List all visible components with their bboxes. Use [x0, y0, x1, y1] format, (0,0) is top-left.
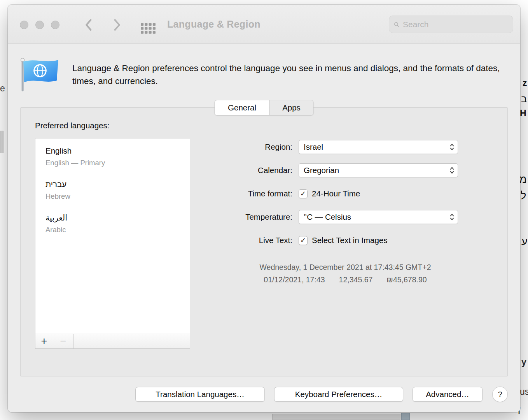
- region-label: Region:: [229, 142, 292, 152]
- chevron-up-down-icon: [448, 165, 456, 176]
- window-title: Language & Region: [167, 5, 261, 44]
- tab-apps[interactable]: Apps: [269, 100, 313, 115]
- background-text-fragment: ב: [521, 93, 527, 105]
- live-text-checkbox-label: Select Text in Images: [312, 236, 387, 245]
- calendar-row: Calendar: Gregorian: [229, 163, 458, 177]
- region-row: Region: Israel: [229, 140, 458, 154]
- help-button[interactable]: ?: [492, 387, 508, 402]
- language-name: English: [45, 145, 180, 156]
- background-text-fragment: ל: [521, 190, 526, 202]
- temperature-label: Temperature:: [229, 212, 292, 222]
- background-window-fragment: [0, 131, 3, 153]
- minimize-button[interactable]: [35, 21, 44, 29]
- background-window-fragment: [272, 414, 400, 420]
- chevron-up-down-icon: [448, 212, 456, 222]
- back-button[interactable]: [84, 19, 93, 31]
- language-subtitle: Hebrew: [45, 191, 180, 202]
- time-format-checkbox-label: 24-Hour Time: [312, 189, 360, 198]
- preview-number: 12,345.67: [339, 275, 373, 284]
- grid-icon: [141, 23, 156, 34]
- close-button[interactable]: [20, 21, 28, 29]
- background-text-fragment: y: [521, 357, 526, 368]
- search-input[interactable]: [403, 20, 508, 29]
- temperature-row: Temperature: °C — Celsius: [229, 210, 458, 224]
- background-text-fragment: ע: [521, 236, 528, 248]
- chevron-left-icon: [84, 19, 93, 31]
- show-all-preferences-button[interactable]: [141, 23, 156, 34]
- list-item-hebrew[interactable]: עברית Hebrew: [35, 173, 190, 207]
- background-text-fragment: us: [520, 387, 528, 397]
- preview-full-date: Wednesday, 1 December 2021 at 17:43:45 G…: [236, 263, 454, 272]
- calendar-value: Gregorian: [304, 166, 448, 175]
- preview-short-date: 01/12/2021, 17:43: [264, 275, 325, 284]
- background-window-fragment: [401, 413, 410, 420]
- pane-description: Language & Region preferences control th…: [72, 62, 509, 88]
- translation-languages-button[interactable]: Translation Languages…: [135, 387, 265, 402]
- add-language-button[interactable]: +: [35, 334, 53, 348]
- keyboard-preferences-button[interactable]: Keyboard Preferences…: [274, 387, 403, 402]
- format-preview: Wednesday, 1 December 2021 at 17:43:45 G…: [236, 263, 454, 284]
- calendar-label: Calendar:: [229, 166, 292, 175]
- language-subtitle: Arabic: [45, 224, 180, 236]
- chevron-up-down-icon: [448, 142, 456, 152]
- language-name: עברית: [45, 179, 180, 190]
- title-bar: Language & Region: [8, 5, 520, 44]
- preview-currency: ₪45,678.90: [386, 275, 427, 284]
- background-text-fragment: e: [0, 83, 5, 94]
- language-region-window: Language & Region Language &: [8, 5, 520, 412]
- tab-bar: General Apps: [215, 100, 314, 116]
- settings-form: Region: Israel Calendar: Gregorian: [229, 140, 458, 257]
- tab-general[interactable]: General: [215, 100, 269, 115]
- preferred-languages-label: Preferred languages:: [35, 121, 109, 130]
- zoom-button[interactable]: [51, 21, 59, 29]
- checkmark-icon: ✓: [300, 189, 306, 198]
- region-value: Israel: [304, 142, 448, 152]
- language-name: العربية: [45, 212, 180, 223]
- advanced-button[interactable]: Advanced…: [413, 387, 483, 402]
- list-item-english[interactable]: English English — Primary: [35, 140, 190, 173]
- background-text-fragment: מ: [519, 173, 527, 186]
- language-subtitle: English — Primary: [45, 157, 180, 169]
- time-format-checkbox[interactable]: ✓: [299, 189, 308, 198]
- temperature-value: °C — Celsius: [304, 212, 448, 222]
- question-mark-icon: ?: [498, 390, 502, 399]
- search-field[interactable]: [389, 16, 513, 33]
- preferred-languages-list[interactable]: English English — Primary עברית Hebrew ا…: [35, 138, 190, 349]
- list-item-arabic[interactable]: العربية Arabic: [35, 207, 190, 240]
- live-text-checkbox[interactable]: ✓: [299, 236, 308, 245]
- search-icon: [394, 20, 399, 29]
- forward-button[interactable]: [113, 19, 122, 31]
- background-text-fragment: H: [520, 108, 526, 119]
- live-text-row: Live Text: ✓ Select Text in Images: [229, 233, 458, 247]
- region-select[interactable]: Israel: [299, 140, 458, 154]
- checkmark-icon: ✓: [300, 236, 306, 245]
- background-text-fragment: z: [523, 78, 527, 88]
- calendar-select[interactable]: Gregorian: [299, 163, 458, 177]
- list-toolbar: + −: [35, 334, 190, 348]
- time-format-row: Time format: ✓ 24-Hour Time: [229, 187, 458, 201]
- live-text-label: Live Text:: [229, 236, 292, 245]
- temperature-select[interactable]: °C — Celsius: [299, 210, 458, 224]
- language-region-flag-icon: [20, 58, 60, 93]
- remove-language-button[interactable]: −: [53, 334, 73, 348]
- chevron-right-icon: [113, 19, 122, 31]
- time-format-label: Time format:: [229, 189, 292, 198]
